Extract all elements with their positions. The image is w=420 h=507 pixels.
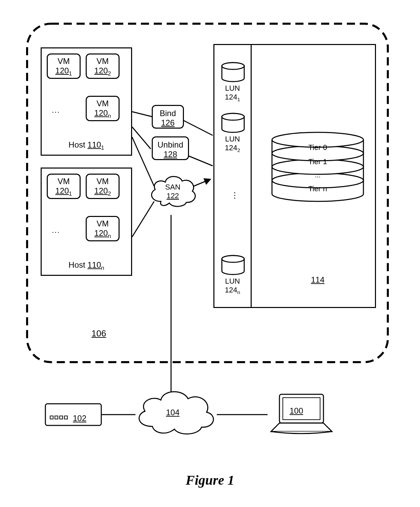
svg-point-16 [222,256,244,262]
lun1-label: LUN 1241 [214,84,251,103]
unbind-box: Unbind 128 [152,136,189,160]
vm-label: VM [58,57,70,66]
vm-label: VM [97,57,109,66]
vm-sub: n [108,233,111,239]
tier-dots-label: ... [267,171,369,179]
svg-point-14 [222,113,244,120]
host2-vm1: VM 1201 [47,174,81,199]
svg-line-10 [188,156,213,166]
system-ref: 106 [91,328,106,339]
storage-array: LUN 1241 LUN 1242 ⋮ LUN [213,44,376,308]
vm-ref: 120 [55,66,69,75]
host1-label: Host 1101 [42,140,131,151]
host1-vmn: VM 120n [86,96,120,121]
vm-ref: 120 [94,186,108,195]
vm-label: VM [97,219,109,228]
vm-label: VM [97,99,109,108]
lun-cylinder-icon [220,62,246,83]
ellipsis: ... [52,106,60,115]
vm-label: VM [58,177,70,186]
san-label: SAN 122 [159,183,186,201]
svg-line-2 [132,127,151,149]
vm-ref: 120 [94,66,108,75]
host1-vm1: VM 1201 [47,53,81,79]
tier0-label: Tier 0 [267,143,369,152]
svg-line-1 [132,112,152,117]
lun-cylinder-icon [220,255,246,276]
tiern-label: Tier n [267,184,369,193]
storage-ref: 114 [279,275,357,285]
host2-label: Host 110n [42,260,131,271]
host-n: VM 1201 VM 1202 ... VM 120n Host 110n [41,168,132,276]
bind-box: Bind 126 [152,105,184,129]
vm-ref: 120 [94,228,108,238]
vm-sub: 2 [108,191,111,197]
host-1: VM 1201 VM 1202 ... VM 120n Host 1101 [41,47,132,156]
vm-ref: 120 [94,108,108,117]
laptop-ref: 100 [290,406,303,416]
svg-point-12 [222,63,244,69]
vm-sub: 1 [69,70,72,77]
vm-label: VM [97,177,109,186]
host2-vm2: VM 1202 [86,174,120,199]
lun-cylinder-icon [220,113,246,134]
tier1-label: Tier 1 [267,157,369,166]
vdots: ⋮ [231,191,239,200]
appliance-ref: 102 [73,414,86,423]
svg-line-9 [183,120,213,135]
lunn-label: LUN 124n [214,277,251,296]
network-cloud-ref: 104 [166,408,180,418]
tier-stack-icon [267,130,369,207]
ellipsis: ... [52,226,60,235]
figure-title: Figure 1 [0,472,420,488]
host1-vm2: VM 1202 [86,53,120,79]
vm-sub: n [108,113,111,119]
host2-vmn: VM 120n [86,216,120,241]
lun2-label: LUN 1242 [214,135,251,154]
vm-sub: 1 [69,191,72,197]
lun-column: LUN 1241 LUN 1242 ⋮ LUN [214,45,252,307]
vm-sub: 2 [108,70,111,77]
vm-ref: 120 [55,186,69,195]
